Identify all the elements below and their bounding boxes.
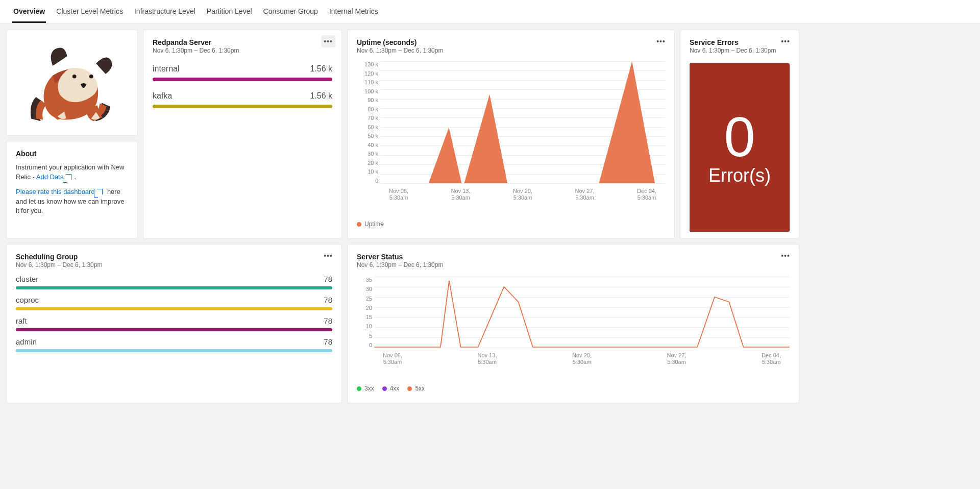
card-menu-button[interactable]: •••	[778, 35, 793, 47]
bar-label: raft	[16, 316, 27, 325]
x-tick: Dec 04,5:30am	[628, 188, 665, 201]
ellipsis-icon: •••	[324, 252, 333, 260]
bar-value: 1.56 k	[310, 91, 332, 101]
y-tick: 100 k	[357, 88, 378, 94]
legend-swatch-icon	[357, 222, 361, 227]
svg-point-0	[72, 75, 77, 79]
y-tick: 40 k	[357, 142, 378, 148]
y-tick: 60 k	[357, 124, 378, 130]
uptime-legend: Uptime	[357, 221, 665, 228]
x-tick: Nov 20,5:30am	[504, 188, 541, 201]
y-tick: 70 k	[357, 115, 378, 121]
card-date-range: Nov 6, 1:30pm – Dec 6, 1:30pm	[16, 261, 332, 268]
x-tick: Dec 04,5:30am	[753, 352, 790, 365]
about-title: About	[16, 150, 128, 158]
logo-card	[6, 30, 138, 136]
tab-overview[interactable]: Overview	[12, 0, 46, 23]
about-period: .	[75, 173, 77, 181]
card-date-range: Nov 6, 1:30pm – Dec 6, 1:30pm	[357, 261, 790, 268]
external-link-icon	[66, 174, 71, 180]
bar-value: 78	[324, 296, 332, 304]
y-tick: 90 k	[357, 97, 378, 103]
tab-infrastructure-level[interactable]: Infrastructure Level	[133, 0, 197, 23]
tab-consumer-group[interactable]: Consumer Group	[262, 0, 319, 23]
bar-label: cluster	[16, 275, 38, 283]
bar-value: 78	[324, 275, 332, 283]
legend-item: 4xx	[382, 385, 400, 392]
bar-row: admin 78	[16, 337, 332, 352]
redpanda-logo-icon	[16, 38, 128, 127]
bar-row: internal 1.56 k	[153, 64, 332, 81]
error-count-label: Error(s)	[708, 165, 771, 186]
y-tick: 80 k	[357, 106, 378, 112]
bar-value: 78	[324, 337, 332, 346]
scheduling-group-card: ••• Scheduling Group Nov 6, 1:30pm – Dec…	[6, 244, 342, 403]
card-date-range: Nov 6, 1:30pm – Dec 6, 1:30pm	[357, 47, 665, 54]
tab-partition-level[interactable]: Partition Level	[206, 0, 253, 23]
legend-label: Uptime	[364, 221, 384, 228]
x-tick: Nov 20,5:30am	[564, 352, 600, 365]
card-date-range: Nov 6, 1:30pm – Dec 6, 1:30pm	[690, 47, 790, 54]
ellipsis-icon: •••	[781, 252, 790, 260]
x-tick: Nov 06,5:30am	[380, 188, 417, 201]
y-tick: 120 k	[357, 70, 378, 77]
x-tick: Nov 13,5:30am	[469, 352, 506, 365]
card-menu-button[interactable]: •••	[321, 250, 335, 262]
y-tick: 5	[357, 333, 372, 339]
y-tick: 20	[357, 305, 372, 311]
card-title: Uptime (seconds)	[357, 38, 665, 46]
y-tick: 30	[357, 286, 372, 292]
rate-dashboard-link[interactable]: Please rate this dashboard	[16, 188, 104, 195]
y-tick: 25	[357, 296, 372, 302]
ellipsis-icon: •••	[324, 37, 333, 45]
svg-point-1	[89, 75, 93, 79]
redpanda-server-card: ••• Redpanda Server Nov 6, 1:30pm – Dec …	[143, 30, 342, 239]
bar-label: coproc	[16, 296, 39, 304]
card-menu-button[interactable]: •••	[778, 250, 793, 262]
server-status-chart: 35302520151050 Nov 06,5:30amNov 13,5:30a…	[357, 277, 790, 363]
bar-value: 78	[324, 316, 332, 325]
status-legend: 3xx4xx5xx	[357, 385, 790, 392]
legend-swatch-icon	[357, 386, 361, 391]
bar-row: kafka 1.56 k	[153, 91, 332, 108]
y-tick: 0	[357, 178, 378, 184]
uptime-chart: 130 k120 k110 k100 k90 k80 k70 k60 k50 k…	[357, 61, 665, 199]
bar-row: cluster 78	[16, 275, 332, 289]
add-data-link[interactable]: Add Data	[36, 173, 72, 181]
y-tick: 15	[357, 314, 372, 320]
bar-track	[16, 349, 332, 352]
about-card: About Instrument your application with N…	[6, 141, 138, 239]
legend-swatch-icon	[382, 386, 387, 391]
error-count-box: 0 Error(s)	[690, 63, 790, 232]
uptime-card: ••• Uptime (seconds) Nov 6, 1:30pm – Dec…	[347, 30, 675, 239]
bar-track	[16, 307, 332, 310]
y-tick: 50 k	[357, 133, 378, 139]
error-count-value: 0	[724, 109, 755, 165]
legend-item: 3xx	[357, 385, 374, 392]
card-title: Redpanda Server	[153, 38, 332, 46]
legend-swatch-icon	[407, 386, 412, 391]
bar-track	[153, 78, 332, 81]
y-tick: 10 k	[357, 168, 378, 175]
y-tick: 130 k	[357, 61, 378, 67]
tab-cluster-level[interactable]: Cluster Level Metrics	[55, 0, 124, 23]
card-menu-button[interactable]: •••	[321, 35, 335, 47]
x-tick: Nov 27,5:30am	[658, 352, 695, 365]
x-tick: Nov 06,5:30am	[374, 352, 411, 365]
card-title: Scheduling Group	[16, 253, 332, 261]
bar-value: 1.56 k	[310, 64, 332, 74]
card-menu-button[interactable]: •••	[654, 35, 668, 47]
tab-internal-metrics[interactable]: Internal Metrics	[328, 0, 379, 23]
ellipsis-icon: •••	[781, 37, 790, 45]
x-tick: Nov 13,5:30am	[443, 188, 479, 201]
y-tick: 20 k	[357, 160, 378, 166]
card-title: Service Errors	[690, 38, 790, 46]
bar-row: coproc 78	[16, 296, 332, 310]
bar-label: kafka	[153, 91, 172, 101]
external-link-icon	[97, 189, 103, 194]
bar-track	[16, 286, 332, 289]
y-tick: 30 k	[357, 151, 378, 157]
bar-row: raft 78	[16, 316, 332, 331]
y-tick: 10	[357, 323, 372, 329]
legend-item: 5xx	[407, 385, 425, 392]
